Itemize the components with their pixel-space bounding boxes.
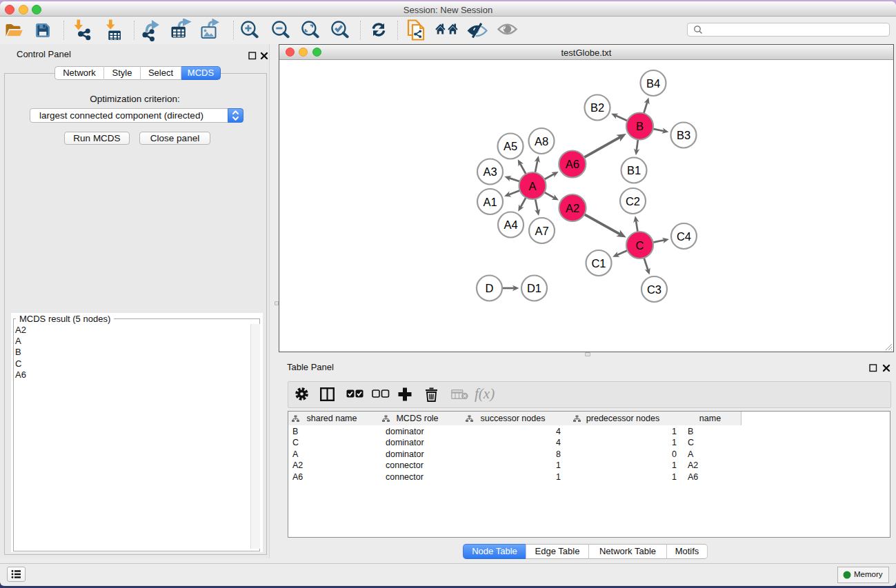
- svg-text:C2: C2: [626, 195, 640, 207]
- svg-text:A8: A8: [535, 135, 548, 148]
- svg-text:A: A: [528, 180, 536, 192]
- svg-text:A3: A3: [483, 165, 497, 178]
- svg-text:D1: D1: [527, 282, 541, 294]
- svg-text:D: D: [486, 282, 494, 294]
- svg-text:A4: A4: [504, 219, 517, 231]
- svg-text:C3: C3: [647, 283, 661, 296]
- svg-text:C1: C1: [591, 257, 606, 270]
- svg-text:B1: B1: [627, 164, 641, 176]
- svg-text:B4: B4: [646, 77, 660, 90]
- svg-text:A6: A6: [566, 158, 579, 170]
- svg-text:A2: A2: [566, 202, 579, 214]
- svg-text:B3: B3: [677, 129, 690, 141]
- svg-text:A5: A5: [504, 140, 517, 152]
- svg-text:C4: C4: [677, 230, 691, 243]
- svg-text:B: B: [636, 120, 644, 132]
- svg-text:A1: A1: [483, 196, 497, 208]
- svg-text:C: C: [636, 239, 644, 252]
- svg-text:A7: A7: [535, 225, 548, 237]
- svg-text:B2: B2: [590, 101, 604, 114]
